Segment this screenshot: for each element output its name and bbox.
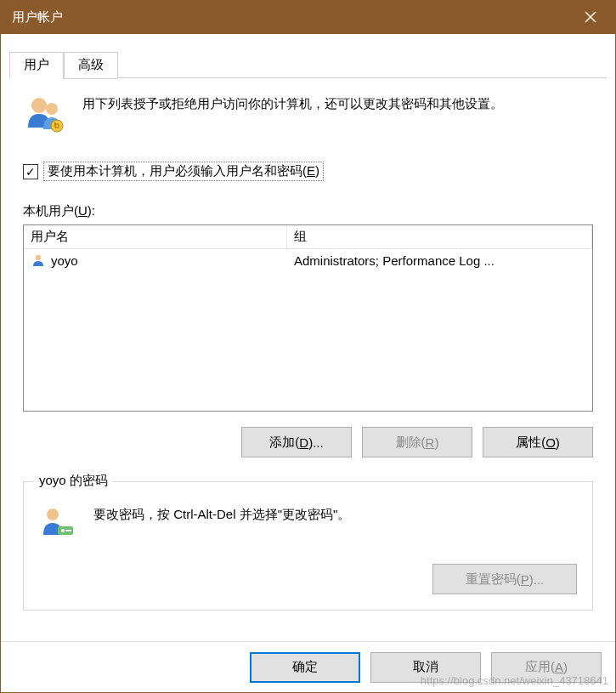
cell-group: Administrators; Performance Log ... [287,252,592,270]
list-buttons: 添加(D)... 删除(R) 属性(O) [23,427,593,457]
users-icon [23,94,67,138]
svg-point-7 [36,255,41,260]
password-groupbox: yoyo 的密码 要改密码，按 Ctrl-Alt-Del 并选择"更改密码"。 … [23,481,593,611]
svg-point-2 [31,98,47,113]
add-button[interactable]: 添加(D)... [241,427,352,457]
cell-username: yoyo [24,251,287,270]
properties-button[interactable]: 属性(O) [483,427,593,457]
user-icon [31,253,46,268]
listview-header: 用户名 组 [24,225,592,249]
tab-advanced[interactable]: 高级 [64,52,118,79]
password-button-row: 重置密码(P)... [39,564,577,594]
cell-username-text: yoyo [51,253,78,268]
ok-button[interactable]: 确定 [250,652,360,683]
apply-button: 应用(A) [491,652,602,683]
password-row: 要改密码，按 Ctrl-Alt-Del 并选择"更改密码"。 [39,504,577,542]
svg-point-10 [61,529,65,532]
close-button[interactable] [565,0,616,34]
tab-pane-users: 用下列表授予或拒绝用户访问你的计算机，还可以更改其密码和其他设置。 ✓ 要使用本… [1,78,615,626]
intro-row: 用下列表授予或拒绝用户访问你的计算机，还可以更改其密码和其他设置。 [23,94,593,138]
password-group-legend: yoyo 的密码 [34,473,113,489]
tabs: 用户 高级 [1,34,615,78]
key-user-icon [39,504,76,542]
users-listview[interactable]: 用户名 组 yoyo Administrators; Performance L… [23,224,593,412]
reset-password-button: 重置密码(P)... [432,564,577,594]
checkbox-mark-icon: ✓ [23,164,38,179]
titlebar: 用户帐户 [0,0,616,34]
checkbox-label: 要使用本计算机，用户必须输入用户名和密码(E) [43,162,324,181]
svg-rect-11 [65,530,71,531]
column-group[interactable]: 组 [287,225,592,248]
tab-users[interactable]: 用户 [9,52,64,79]
require-login-checkbox[interactable]: ✓ 要使用本计算机，用户必须输入用户名和密码(E) [23,162,593,181]
cancel-button[interactable]: 取消 [370,652,481,683]
dialog-buttons: 确定 取消 应用(A) [1,641,615,692]
password-text: 要改密码，按 Ctrl-Alt-Del 并选择"更改密码"。 [93,504,350,525]
client-area: 用户 高级 用下列表授予或拒绝用户访问你的计算机，还可以更改其密码和其他设置。 … [0,34,616,693]
close-icon [585,11,596,23]
remove-button: 删除(R) [362,427,472,457]
intro-text: 用下列表授予或拒绝用户访问你的计算机，还可以更改其密码和其他设置。 [82,94,503,138]
window-title: 用户帐户 [12,9,63,26]
column-username[interactable]: 用户名 [24,225,287,248]
svg-point-3 [46,103,58,115]
svg-point-4 [51,120,63,132]
svg-point-8 [47,508,59,520]
users-list-label: 本机用户(U): [23,203,593,219]
list-item[interactable]: yoyo Administrators; Performance Log ... [24,249,592,271]
